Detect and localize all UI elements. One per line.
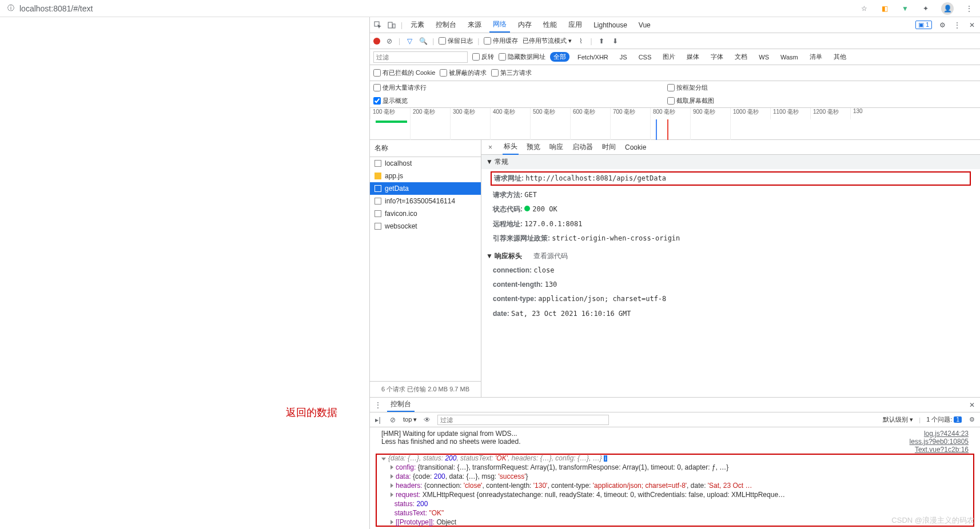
big-rows-checkbox[interactable]: 使用大量请求行 bbox=[373, 83, 663, 92]
request-item[interactable]: app.js bbox=[370, 170, 481, 182]
upload-icon[interactable]: ⬆ bbox=[597, 37, 606, 46]
third-party-checkbox[interactable]: 第三方请求 bbox=[491, 69, 532, 77]
tab-application[interactable]: 应用 bbox=[565, 18, 585, 32]
dtab-cookies[interactable]: Cookie bbox=[624, 141, 647, 154]
vue-devtools-icon[interactable]: ▼ bbox=[900, 3, 910, 14]
header-content-length: content-length: 130 bbox=[481, 278, 980, 292]
obj-prop[interactable]: data: {code: 200, data: {…}, msg: 'succe… bbox=[391, 472, 969, 481]
close-detail-button[interactable]: × bbox=[485, 143, 496, 151]
ext-icon-1[interactable]: ◧ bbox=[879, 3, 890, 14]
tab-network[interactable]: 网络 bbox=[489, 17, 510, 33]
log-level-select[interactable]: 默认级别 ▾ bbox=[883, 415, 913, 424]
request-item[interactable]: favicon.ico bbox=[370, 207, 481, 220]
clear-icon[interactable]: ⊘ bbox=[385, 37, 394, 46]
star-icon[interactable]: ☆ bbox=[859, 3, 869, 14]
request-method-row: 请求方法: GET bbox=[481, 188, 980, 202]
type-doc[interactable]: 文档 bbox=[731, 52, 751, 62]
waterfall-overview[interactable]: 100 毫秒 200 毫秒 300 毫秒 400 毫秒 500 毫秒 600 毫… bbox=[370, 108, 980, 140]
type-fetch[interactable]: Fetch/XHR bbox=[574, 53, 612, 61]
extensions-icon[interactable]: ✦ bbox=[921, 3, 931, 14]
dtab-response[interactable]: 响应 bbox=[548, 140, 564, 154]
dtab-initiator[interactable]: 启动器 bbox=[571, 140, 594, 154]
screenshot-checkbox[interactable]: 截取屏幕截图 bbox=[667, 97, 957, 105]
type-manifest[interactable]: 清单 bbox=[806, 52, 826, 62]
request-item[interactable]: info?t=1635005416114 bbox=[370, 195, 481, 207]
console-tab[interactable]: 控制台 bbox=[387, 398, 415, 412]
info-icon: ⓘ bbox=[6, 3, 16, 14]
console-settings-icon[interactable]: ⚙ bbox=[967, 415, 977, 424]
obj-prop[interactable]: [[Prototype]]: Object bbox=[391, 518, 969, 527]
disable-cache-checkbox[interactable]: 停用缓存 bbox=[484, 37, 518, 45]
detail-panel: × 标头 预览 响应 启动器 时间 Cookie ▼ 常规 请求网址: http… bbox=[481, 140, 980, 397]
blocked-req-checkbox[interactable]: 被屏蔽的请求 bbox=[440, 69, 487, 77]
source-link[interactable]: Text.vue?1c2b:16 bbox=[915, 446, 969, 454]
console-toolbar: ▸| ⊘ top ▾ 👁 默认级别 ▾ | 1 个问题: 1 ⚙ bbox=[370, 412, 980, 427]
type-ws[interactable]: WS bbox=[755, 53, 772, 61]
view-source-link[interactable]: 查看源代码 bbox=[533, 252, 568, 260]
request-item[interactable]: localhost bbox=[370, 157, 481, 170]
request-item[interactable]: websocket bbox=[370, 220, 481, 233]
console-sidebar-icon[interactable]: ▸| bbox=[373, 415, 383, 424]
obj-prop[interactable]: headers: {connection: 'close', content-l… bbox=[391, 481, 969, 490]
menu-icon[interactable]: ⋮ bbox=[964, 3, 974, 14]
issues-count[interactable]: 1 个问题: 1 bbox=[926, 415, 962, 424]
wf-tick: 130 bbox=[850, 108, 890, 119]
hide-data-checkbox[interactable]: 隐藏数据网址 bbox=[499, 53, 545, 61]
type-other[interactable]: 其他 bbox=[830, 52, 850, 62]
type-js[interactable]: JS bbox=[616, 53, 631, 61]
source-link[interactable]: log.js?4244:23 bbox=[924, 430, 969, 438]
filter-input[interactable] bbox=[373, 51, 468, 63]
type-img[interactable]: 图片 bbox=[659, 52, 679, 62]
record-button[interactable] bbox=[373, 38, 380, 45]
type-all[interactable]: 全部 bbox=[550, 52, 569, 62]
close-icon[interactable]: ✕ bbox=[967, 21, 977, 30]
response-headers-section: ▼ 响应标头查看源代码 bbox=[481, 246, 980, 263]
type-wasm[interactable]: Wasm bbox=[777, 53, 802, 61]
type-font[interactable]: 字体 bbox=[707, 52, 727, 62]
console-filter-input[interactable] bbox=[437, 415, 609, 425]
profile-icon[interactable]: 👤 bbox=[941, 2, 954, 15]
preserve-log-checkbox[interactable]: 保留日志 bbox=[439, 37, 473, 45]
tab-performance[interactable]: 性能 bbox=[540, 18, 560, 32]
group-frame-checkbox[interactable]: 按框架分组 bbox=[667, 83, 957, 92]
live-expr-icon[interactable]: 👁 bbox=[423, 415, 432, 424]
device-icon[interactable] bbox=[387, 21, 396, 30]
wf-tick: 400 毫秒 bbox=[490, 108, 530, 119]
wf-tick: 300 毫秒 bbox=[450, 108, 490, 119]
obj-prop[interactable]: config: {transitional: {…}, transformReq… bbox=[391, 463, 969, 472]
tab-memory[interactable]: 内存 bbox=[515, 18, 535, 32]
inspect-icon[interactable] bbox=[373, 21, 383, 30]
wf-tick: 1100 毫秒 bbox=[770, 108, 810, 119]
drawer-close-icon[interactable]: ✕ bbox=[967, 400, 977, 410]
wf-tick: 200 毫秒 bbox=[410, 108, 450, 119]
type-media[interactable]: 媒体 bbox=[683, 52, 703, 62]
blocked-cookie-checkbox[interactable]: 有已拦截的 Cookie bbox=[373, 69, 435, 77]
request-item-selected[interactable]: getData bbox=[370, 182, 481, 195]
source-link[interactable]: less.js?9eb0:10805 bbox=[910, 438, 969, 446]
tab-lighthouse[interactable]: Lighthouse bbox=[590, 19, 631, 31]
invert-checkbox[interactable]: 反转 bbox=[472, 53, 494, 61]
tab-console[interactable]: 控制台 bbox=[432, 18, 460, 32]
context-select[interactable]: top ▾ bbox=[403, 416, 417, 423]
more-icon[interactable]: ⋮ bbox=[953, 21, 962, 30]
show-overview-checkbox[interactable]: 显示概览 bbox=[373, 97, 663, 105]
dtab-preview[interactable]: 预览 bbox=[525, 140, 541, 154]
general-section-header: ▼ 常规 bbox=[481, 155, 980, 169]
settings-row: 使用大量请求行 按框架分组 显示概览 截取屏幕截图 bbox=[370, 81, 980, 108]
type-css[interactable]: CSS bbox=[635, 53, 655, 61]
tab-elements[interactable]: 元素 bbox=[407, 18, 428, 32]
wifi-icon[interactable]: ⌇ bbox=[576, 37, 585, 46]
download-icon[interactable]: ⬇ bbox=[611, 37, 620, 46]
settings-icon[interactable]: ⚙ bbox=[938, 21, 947, 30]
console-clear-icon[interactable]: ⊘ bbox=[388, 415, 397, 424]
throttle-select[interactable]: 已停用节流模式 ▾ bbox=[523, 37, 572, 45]
search-icon[interactable]: 🔍 bbox=[419, 37, 428, 46]
obj-prop[interactable]: request: XMLHttpRequest {onreadystatecha… bbox=[391, 490, 969, 499]
messages-badge[interactable]: ▣ 1 bbox=[915, 21, 932, 29]
filter-icon[interactable]: ▽ bbox=[405, 37, 414, 46]
dtab-timing[interactable]: 时间 bbox=[601, 140, 617, 154]
tab-sources[interactable]: 来源 bbox=[464, 18, 485, 32]
drawer-menu-icon[interactable]: ⋮ bbox=[373, 400, 383, 410]
tab-vue[interactable]: Vue bbox=[635, 19, 654, 31]
dtab-headers[interactable]: 标头 bbox=[503, 140, 519, 155]
